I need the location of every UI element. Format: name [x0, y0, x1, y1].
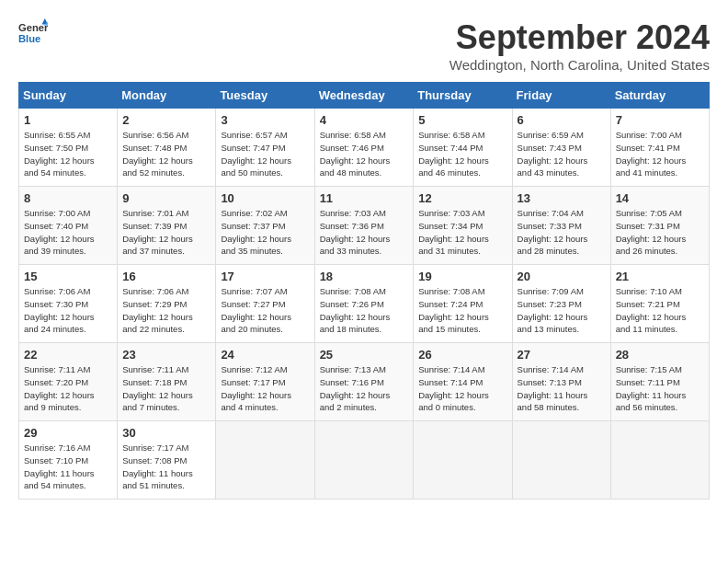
calendar-day-cell: 5Sunrise: 6:58 AMSunset: 7:44 PMDaylight…: [414, 109, 512, 187]
day-number: 14: [616, 191, 704, 205]
day-number: 9: [122, 191, 210, 205]
day-info: Sunrise: 7:01 AMSunset: 7:39 PMDaylight:…: [122, 207, 210, 258]
calendar-day-cell: [414, 421, 512, 500]
calendar-day-cell: [512, 421, 610, 500]
calendar-header: SundayMondayTuesdayWednesdayThursdayFrid…: [19, 83, 710, 109]
day-info: Sunrise: 6:59 AMSunset: 7:43 PMDaylight:…: [518, 129, 606, 179]
day-of-week-header: Friday: [512, 83, 610, 109]
calendar-day-cell: 28Sunrise: 7:15 AMSunset: 7:11 PMDayligh…: [610, 343, 709, 421]
calendar-day-cell: 27Sunrise: 7:14 AMSunset: 7:13 PMDayligh…: [512, 343, 610, 421]
day-info: Sunrise: 7:11 AMSunset: 7:20 PMDaylight:…: [24, 363, 112, 414]
calendar-day-cell: 17Sunrise: 7:07 AMSunset: 7:27 PMDayligh…: [216, 265, 314, 343]
day-of-week-header: Tuesday: [216, 83, 314, 109]
day-number: 1: [24, 113, 112, 127]
day-number: 24: [221, 348, 309, 362]
calendar-day-cell: 18Sunrise: 7:08 AMSunset: 7:26 PMDayligh…: [314, 265, 414, 343]
calendar-week-row: 15Sunrise: 7:06 AMSunset: 7:30 PMDayligh…: [19, 265, 710, 343]
day-info: Sunrise: 6:58 AMSunset: 7:44 PMDaylight:…: [418, 129, 506, 179]
day-number: 18: [320, 270, 409, 283]
calendar-day-cell: 1Sunrise: 6:55 AMSunset: 7:50 PMDaylight…: [19, 109, 118, 187]
day-number: 19: [418, 270, 506, 283]
calendar-day-cell: 22Sunrise: 7:11 AMSunset: 7:20 PMDayligh…: [19, 343, 118, 421]
day-info: Sunrise: 6:56 AMSunset: 7:48 PMDaylight:…: [122, 129, 210, 179]
calendar-day-cell: 6Sunrise: 6:59 AMSunset: 7:43 PMDaylight…: [512, 109, 610, 187]
day-info: Sunrise: 7:08 AMSunset: 7:26 PMDaylight:…: [320, 285, 409, 336]
day-of-week-header: Thursday: [414, 83, 512, 109]
day-number: 10: [221, 191, 309, 205]
day-info: Sunrise: 7:14 AMSunset: 7:13 PMDaylight:…: [518, 363, 606, 414]
day-info: Sunrise: 6:58 AMSunset: 7:46 PMDaylight:…: [320, 129, 409, 179]
day-number: 8: [24, 191, 112, 205]
day-number: 7: [616, 113, 704, 127]
day-info: Sunrise: 7:17 AMSunset: 7:08 PMDaylight:…: [122, 442, 210, 492]
day-number: 3: [221, 113, 309, 127]
day-number: 16: [122, 270, 210, 283]
title-block: September 2024 Weddington, North Carolin…: [449, 18, 710, 73]
calendar-day-cell: 25Sunrise: 7:13 AMSunset: 7:16 PMDayligh…: [314, 343, 414, 421]
day-number: 11: [320, 191, 409, 205]
calendar-day-cell: 8Sunrise: 7:00 AMSunset: 7:40 PMDaylight…: [19, 187, 118, 265]
day-info: Sunrise: 7:06 AMSunset: 7:29 PMDaylight:…: [122, 285, 210, 336]
calendar-day-cell: 14Sunrise: 7:05 AMSunset: 7:31 PMDayligh…: [610, 187, 709, 265]
day-number: 6: [518, 113, 606, 127]
calendar-day-cell: 7Sunrise: 7:00 AMSunset: 7:41 PMDaylight…: [610, 109, 709, 187]
day-number: 22: [24, 348, 112, 362]
day-number: 23: [122, 348, 210, 362]
calendar-day-cell: 10Sunrise: 7:02 AMSunset: 7:37 PMDayligh…: [216, 187, 314, 265]
day-info: Sunrise: 6:57 AMSunset: 7:47 PMDaylight:…: [221, 129, 309, 179]
calendar-body: 1Sunrise: 6:55 AMSunset: 7:50 PMDaylight…: [19, 109, 710, 500]
day-info: Sunrise: 7:16 AMSunset: 7:10 PMDaylight:…: [24, 442, 112, 492]
day-number: 29: [24, 426, 112, 440]
day-info: Sunrise: 7:10 AMSunset: 7:21 PMDaylight:…: [616, 285, 704, 336]
calendar-table: SundayMondayTuesdayWednesdayThursdayFrid…: [18, 82, 710, 500]
calendar-day-cell: 3Sunrise: 6:57 AMSunset: 7:47 PMDaylight…: [216, 109, 314, 187]
day-info: Sunrise: 7:03 AMSunset: 7:36 PMDaylight:…: [320, 207, 409, 258]
calendar-day-cell: [216, 421, 314, 500]
day-of-week-header: Monday: [118, 83, 216, 109]
calendar-day-cell: 26Sunrise: 7:14 AMSunset: 7:14 PMDayligh…: [414, 343, 512, 421]
calendar-day-cell: 12Sunrise: 7:03 AMSunset: 7:34 PMDayligh…: [414, 187, 512, 265]
calendar-day-cell: 23Sunrise: 7:11 AMSunset: 7:18 PMDayligh…: [118, 343, 216, 421]
day-number: 5: [418, 113, 506, 127]
calendar-day-cell: [314, 421, 414, 500]
day-number: 13: [518, 191, 606, 205]
day-number: 27: [518, 348, 606, 362]
days-of-week-row: SundayMondayTuesdayWednesdayThursdayFrid…: [19, 83, 710, 109]
calendar-day-cell: 15Sunrise: 7:06 AMSunset: 7:30 PMDayligh…: [19, 265, 118, 343]
day-info: Sunrise: 7:07 AMSunset: 7:27 PMDaylight:…: [221, 285, 309, 336]
day-number: 21: [616, 270, 704, 283]
calendar-day-cell: 30Sunrise: 7:17 AMSunset: 7:08 PMDayligh…: [118, 421, 216, 500]
day-info: Sunrise: 7:04 AMSunset: 7:33 PMDaylight:…: [518, 207, 606, 258]
calendar-day-cell: [610, 421, 709, 500]
calendar-day-cell: 29Sunrise: 7:16 AMSunset: 7:10 PMDayligh…: [19, 421, 118, 500]
calendar-day-cell: 9Sunrise: 7:01 AMSunset: 7:39 PMDaylight…: [118, 187, 216, 265]
calendar-week-row: 8Sunrise: 7:00 AMSunset: 7:40 PMDaylight…: [19, 187, 710, 265]
day-info: Sunrise: 6:55 AMSunset: 7:50 PMDaylight:…: [24, 129, 112, 179]
day-of-week-header: Wednesday: [314, 83, 414, 109]
calendar-day-cell: 19Sunrise: 7:08 AMSunset: 7:24 PMDayligh…: [414, 265, 512, 343]
day-number: 20: [518, 270, 606, 283]
calendar-day-cell: 2Sunrise: 6:56 AMSunset: 7:48 PMDaylight…: [118, 109, 216, 187]
day-info: Sunrise: 7:11 AMSunset: 7:18 PMDaylight:…: [122, 363, 210, 414]
day-number: 4: [320, 113, 409, 127]
calendar-day-cell: 21Sunrise: 7:10 AMSunset: 7:21 PMDayligh…: [610, 265, 709, 343]
calendar-week-row: 29Sunrise: 7:16 AMSunset: 7:10 PMDayligh…: [19, 421, 710, 500]
calendar-week-row: 22Sunrise: 7:11 AMSunset: 7:20 PMDayligh…: [19, 343, 710, 421]
day-number: 30: [122, 426, 210, 440]
day-info: Sunrise: 7:14 AMSunset: 7:14 PMDaylight:…: [418, 363, 506, 414]
location: Weddington, North Carolina, United State…: [449, 57, 710, 73]
month-title: September 2024: [449, 18, 710, 57]
day-info: Sunrise: 7:09 AMSunset: 7:23 PMDaylight:…: [518, 285, 606, 336]
svg-text:Blue: Blue: [18, 33, 40, 44]
day-of-week-header: Saturday: [610, 83, 709, 109]
page-header: General Blue September 2024 Weddington, …: [18, 18, 710, 73]
day-info: Sunrise: 7:02 AMSunset: 7:37 PMDaylight:…: [221, 207, 309, 258]
logo-icon: General Blue: [18, 18, 48, 48]
day-info: Sunrise: 7:12 AMSunset: 7:17 PMDaylight:…: [221, 363, 309, 414]
day-info: Sunrise: 7:00 AMSunset: 7:40 PMDaylight:…: [24, 207, 112, 258]
day-number: 28: [616, 348, 704, 362]
calendar-day-cell: 4Sunrise: 6:58 AMSunset: 7:46 PMDaylight…: [314, 109, 414, 187]
day-info: Sunrise: 7:00 AMSunset: 7:41 PMDaylight:…: [616, 129, 704, 179]
calendar-day-cell: 16Sunrise: 7:06 AMSunset: 7:29 PMDayligh…: [118, 265, 216, 343]
calendar-day-cell: 13Sunrise: 7:04 AMSunset: 7:33 PMDayligh…: [512, 187, 610, 265]
